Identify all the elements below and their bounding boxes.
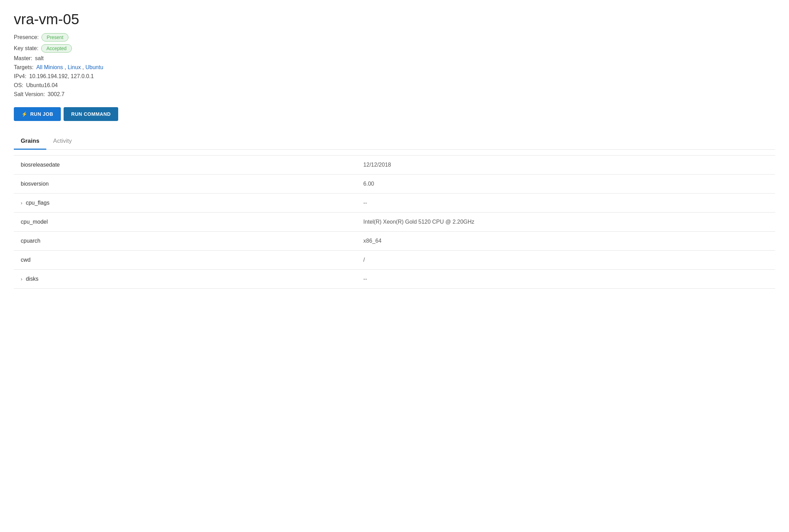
tabs-bar: Grains Activity	[14, 133, 775, 150]
targets-link-linux[interactable]: Linux	[68, 64, 81, 71]
grain-value: 6.00	[356, 174, 775, 193]
key-state-row: Key state: Accepted	[14, 44, 775, 53]
grain-value: 12/12/2018	[356, 155, 775, 174]
os-value: Ubuntu16.04	[26, 82, 58, 88]
lightning-icon: ⚡	[21, 111, 28, 117]
master-value: salt	[35, 55, 44, 62]
targets-link-ubuntu[interactable]: Ubuntu	[85, 64, 103, 71]
table-row: biosversion6.00	[14, 174, 775, 193]
ipv4-row: IPv4: 10.196.194.192, 127.0.0.1	[14, 73, 775, 80]
table-row[interactable]: ›cpu_flags--	[14, 193, 775, 212]
key-state-badge: Accepted	[41, 44, 72, 53]
ipv4-label: IPv4:	[14, 73, 26, 80]
targets-label: Targets:	[14, 64, 34, 71]
run-command-button[interactable]: RUN COMMAND	[64, 107, 118, 121]
grain-value: --	[356, 193, 775, 212]
salt-version-value: 3002.7	[48, 91, 65, 97]
actions-row: ⚡ RUN JOB RUN COMMAND	[14, 107, 775, 121]
master-row: Master: salt	[14, 55, 775, 62]
grain-value: --	[356, 269, 775, 288]
page-title: vra-vm-05	[14, 11, 775, 28]
table-row: biosreleasedate12/12/2018	[14, 155, 775, 174]
grain-value: Intel(R) Xeon(R) Gold 5120 CPU @ 2.20GHz	[356, 212, 775, 231]
grains-table: biosreleasedate12/12/2018biosversion6.00…	[14, 155, 775, 289]
tab-activity[interactable]: Activity	[46, 133, 79, 150]
chevron-right-icon[interactable]: ›	[21, 200, 22, 206]
targets-link-all-minions[interactable]: All Minions	[36, 64, 63, 71]
grain-key: cpuarch	[21, 238, 40, 244]
table-row: cpu_modelIntel(R) Xeon(R) Gold 5120 CPU …	[14, 212, 775, 231]
run-job-button[interactable]: ⚡ RUN JOB	[14, 107, 61, 121]
os-row: OS: Ubuntu16.04	[14, 82, 775, 88]
table-row[interactable]: ›disks--	[14, 269, 775, 288]
chevron-right-icon[interactable]: ›	[21, 276, 22, 282]
targets-row: Targets: All Minions , Linux , Ubuntu	[14, 64, 775, 71]
key-state-label: Key state:	[14, 45, 38, 52]
grain-key: biosreleasedate	[21, 162, 60, 168]
grain-key: disks	[26, 276, 38, 282]
table-row: cwd/	[14, 250, 775, 269]
salt-version-row: Salt Version: 3002.7	[14, 91, 775, 97]
grain-key: biosversion	[21, 181, 49, 187]
master-label: Master:	[14, 55, 32, 62]
table-row: cpuarchx86_64	[14, 231, 775, 250]
os-label: OS:	[14, 82, 24, 88]
presence-row: Presence: Present	[14, 33, 775, 41]
grain-key: cpu_flags	[26, 200, 50, 206]
grain-value: x86_64	[356, 231, 775, 250]
presence-label: Presence:	[14, 34, 39, 40]
grain-key: cpu_model	[21, 219, 48, 225]
presence-badge: Present	[41, 33, 68, 41]
salt-version-label: Salt Version:	[14, 91, 45, 97]
run-job-label: RUN JOB	[30, 111, 54, 117]
ipv4-value: 10.196.194.192, 127.0.0.1	[29, 73, 94, 80]
grain-key: cwd	[21, 257, 30, 263]
grain-value: /	[356, 250, 775, 269]
tab-grains[interactable]: Grains	[14, 133, 46, 150]
run-command-label: RUN COMMAND	[71, 111, 111, 117]
page-container: vra-vm-05 Presence: Present Key state: A…	[0, 0, 789, 532]
